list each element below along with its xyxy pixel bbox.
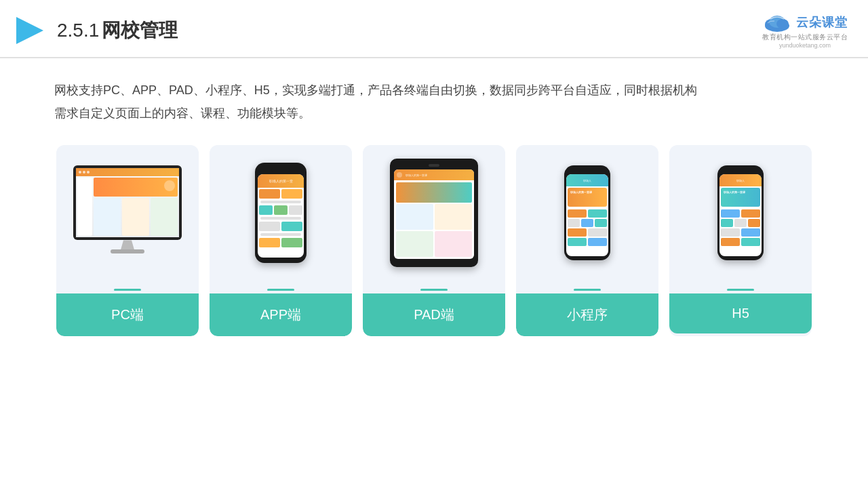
mini-phone-block-4 [581,219,593,227]
h5-block-1 [721,209,740,218]
monitor-dot-2 [83,171,85,174]
tablet-screen-body [394,180,474,259]
h5-phone-mockup: 职场人 职场人的第一堂课 [717,165,764,260]
h5-phone-hero: 职场人的第一堂课 [721,188,760,207]
card-miniapp: 职场人 职场人的第一堂课 [516,145,658,336]
monitor-screen-content [76,168,179,237]
mini-phone-row-2 [568,219,607,227]
mini-phone-row-1 [568,209,607,218]
card-miniapp-label: 小程序 [516,293,658,336]
card-h5-label: H5 [669,293,812,333]
miniapp-phone-mockup: 职场人 职场人的第一堂课 [564,165,610,260]
h5-block-8 [721,238,740,246]
phone-block-2 [281,189,302,199]
mini-phone-notch [579,169,595,173]
header-left: 2.5.1网校管理 [14,14,178,47]
phone-screen-header: 职场人的第一堂 [258,174,304,188]
tablet-cell-4 [435,231,472,257]
h5-row-2 [721,219,760,227]
mini-phone-block-3 [568,219,580,227]
card-pad-label: PAD端 [363,293,505,336]
logo-tagline: 教育机构一站式服务云平台 [762,33,848,42]
svg-point-4 [776,19,789,28]
tablet-cell-3 [396,231,433,257]
tablet-button [429,164,439,167]
phone-notch [271,168,290,172]
h5-block-2 [741,209,760,218]
platform-cards: PC端 职场人的第一堂 [0,131,868,357]
phone-block-6 [259,222,280,231]
monitor-card-2 [122,198,149,236]
monitor-screen-outer [73,165,182,240]
monitor-card-3 [151,198,178,236]
card-miniapp-top-line [574,289,601,291]
monitor-card-1 [94,198,121,236]
mini-phone-hero: 职场人的第一堂课 [568,188,607,207]
monitor-main-area [94,178,178,236]
monitor-bar [76,168,179,176]
pc-monitor-mockup [73,165,182,260]
h5-block-7 [741,228,760,237]
logo-cloud: 云朵课堂 [762,12,848,33]
phone-block-5 [289,205,302,215]
phone-row-4 [259,238,302,247]
phone-text-2 [260,217,301,220]
card-h5-image: 职场人 职场人的第一堂课 [669,145,812,281]
mini-phone-block-6 [568,228,587,237]
svg-marker-0 [16,17,43,44]
mini-phone-block-7 [588,228,607,237]
monitor-base [111,249,144,253]
logo-area: 云朵课堂 教育机构一站式服务云平台 yunduoketang.com [762,12,848,49]
h5-block-3 [721,219,733,227]
h5-phone-notch [732,169,749,173]
mini-phone-block-2 [588,209,607,218]
h5-block-4 [734,219,747,227]
monitor-dot-1 [79,171,81,174]
mini-phone-block-5 [595,219,607,227]
description-line1: 网校支持PC、APP、PAD、小程序、H5，实现多端打通，产品各终端自由切换，数… [54,79,814,102]
h5-row-4 [721,238,760,246]
mini-phone-block-1 [568,209,587,218]
page-title: 2.5.1网校管理 [57,18,178,43]
phone-row-2 [259,205,302,215]
card-app-top-line [267,289,294,291]
tablet-screen: 职场人的第一堂课 [394,169,474,259]
monitor-sidebar [77,178,92,236]
monitor-stand [121,240,134,249]
h5-block-6 [721,228,740,237]
card-miniapp-image: 职场人 职场人的第一堂课 [516,145,658,281]
card-h5-top-line [727,289,754,291]
h5-phone-body [719,208,762,247]
h5-row-1 [721,209,760,218]
card-pad-top-line [420,289,448,291]
h5-phone-header: 职场人 [719,174,762,186]
logo-brand-name: 云朵课堂 [796,14,848,30]
phone-row-1 [259,189,302,199]
logo-cloud-icon [762,12,792,33]
mini-phone-block-9 [588,238,607,246]
h5-row-3 [721,228,760,237]
card-pc: PC端 [56,145,199,336]
phone-screen: 职场人的第一堂 [258,174,304,258]
phone-screen-body [258,188,304,249]
card-pad-image: 职场人的第一堂课 [363,145,505,281]
phone-block-1 [259,189,280,199]
monitor-cards [94,198,178,236]
description-line2: 需求自定义页面上的内容、课程、功能模块等。 [54,102,814,125]
h5-phone-screen: 职场人 职场人的第一堂课 [719,174,762,256]
monitor-dot-3 [87,171,90,174]
description-block: 网校支持PC、APP、PAD、小程序、H5，实现多端打通，产品各终端自由切换，数… [0,58,868,131]
h5-phone-hero-text: 职场人的第一堂课 [724,190,745,194]
tablet-cell-1 [396,204,433,230]
tablet-hero [396,182,472,203]
mini-phone-block-8 [568,238,587,246]
card-h5: 职场人 职场人的第一堂课 [669,145,812,336]
phone-app-mockup: 职场人的第一堂 [255,163,307,263]
phone-block-7 [281,222,302,231]
page-header: 2.5.1网校管理 云朵课堂 教育机构一站式服务云平台 yunduoketang… [0,0,868,58]
mini-phone-row-3 [568,228,607,237]
card-pc-label: PC端 [56,293,199,336]
h5-block-9 [741,238,760,246]
phone-block-3 [259,205,273,215]
logo-text-container: 云朵课堂 [796,14,848,30]
